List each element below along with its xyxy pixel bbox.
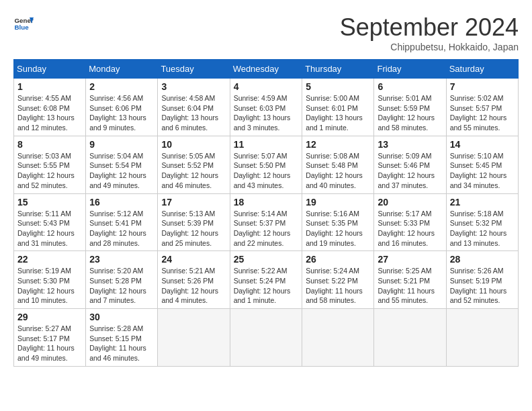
calendar-week-row: 22Sunrise: 5:19 AM Sunset: 5:30 PM Dayli…	[14, 251, 519, 309]
calendar-cell: 30Sunrise: 5:28 AM Sunset: 5:15 PM Dayli…	[86, 309, 158, 367]
day-number: 15	[17, 197, 82, 208]
day-number: 28	[450, 254, 515, 265]
day-number: 29	[17, 312, 82, 322]
day-info: Sunrise: 5:01 AM Sunset: 5:59 PM Dayligh…	[378, 93, 442, 133]
day-number: 13	[378, 139, 442, 150]
day-info: Sunrise: 5:21 AM Sunset: 5:26 PM Dayligh…	[161, 266, 226, 306]
calendar-cell: 20Sunrise: 5:17 AM Sunset: 5:33 PM Dayli…	[374, 193, 446, 251]
day-number: 11	[234, 139, 299, 150]
calendar-cell: 5Sunrise: 5:00 AM Sunset: 6:01 PM Daylig…	[302, 79, 374, 136]
day-info: Sunrise: 5:17 AM Sunset: 5:33 PM Dayligh…	[378, 209, 442, 248]
day-number: 21	[450, 197, 515, 208]
day-info: Sunrise: 5:18 AM Sunset: 5:32 PM Dayligh…	[450, 209, 515, 248]
day-number: 4	[234, 81, 299, 92]
day-number: 27	[378, 254, 442, 265]
day-number: 3	[161, 81, 226, 92]
month-title: September 2024	[340, 13, 519, 42]
calendar-cell: 28Sunrise: 5:26 AM Sunset: 5:19 PM Dayli…	[446, 251, 518, 309]
calendar-table: SundayMondayTuesdayWednesdayThursdayFrid…	[13, 59, 519, 367]
day-info: Sunrise: 5:27 AM Sunset: 5:17 PM Dayligh…	[17, 324, 82, 363]
day-number: 30	[89, 312, 154, 322]
calendar-cell: 10Sunrise: 5:05 AM Sunset: 5:52 PM Dayli…	[158, 136, 230, 193]
calendar-cell: 1Sunrise: 4:55 AM Sunset: 6:08 PM Daylig…	[14, 79, 86, 136]
day-info: Sunrise: 5:24 AM Sunset: 5:22 PM Dayligh…	[306, 266, 370, 306]
day-info: Sunrise: 5:04 AM Sunset: 5:54 PM Dayligh…	[89, 151, 154, 191]
day-info: Sunrise: 5:28 AM Sunset: 5:15 PM Dayligh…	[89, 324, 154, 363]
calendar-cell: 7Sunrise: 5:02 AM Sunset: 5:57 PM Daylig…	[446, 79, 518, 136]
calendar-week-row: 1Sunrise: 4:55 AM Sunset: 6:08 PM Daylig…	[14, 79, 519, 136]
weekday-header: Saturday	[446, 60, 518, 79]
day-number: 2	[89, 81, 154, 92]
weekday-header: Thursday	[302, 60, 374, 79]
calendar-cell: 2Sunrise: 4:56 AM Sunset: 6:06 PM Daylig…	[86, 79, 158, 136]
day-number: 9	[89, 139, 154, 150]
calendar-cell: 15Sunrise: 5:11 AM Sunset: 5:43 PM Dayli…	[14, 193, 86, 251]
day-number: 5	[306, 81, 370, 92]
page-header: General Blue September 2024 Chippubetsu,…	[13, 13, 519, 52]
day-info: Sunrise: 5:10 AM Sunset: 5:45 PM Dayligh…	[450, 151, 515, 191]
day-info: Sunrise: 4:58 AM Sunset: 6:04 PM Dayligh…	[161, 93, 226, 133]
day-number: 7	[450, 81, 515, 92]
day-info: Sunrise: 5:26 AM Sunset: 5:19 PM Dayligh…	[450, 266, 515, 306]
day-info: Sunrise: 5:03 AM Sunset: 5:55 PM Dayligh…	[17, 151, 82, 191]
day-info: Sunrise: 5:16 AM Sunset: 5:35 PM Dayligh…	[306, 209, 370, 248]
calendar-cell: 29Sunrise: 5:27 AM Sunset: 5:17 PM Dayli…	[14, 309, 86, 367]
day-number: 16	[89, 197, 154, 208]
svg-text:Blue: Blue	[15, 24, 30, 31]
calendar-cell: 4Sunrise: 4:59 AM Sunset: 6:03 PM Daylig…	[230, 79, 302, 136]
calendar-cell: 12Sunrise: 5:08 AM Sunset: 5:48 PM Dayli…	[302, 136, 374, 193]
day-info: Sunrise: 5:00 AM Sunset: 6:01 PM Dayligh…	[306, 93, 370, 133]
day-number: 1	[17, 81, 82, 92]
day-info: Sunrise: 5:13 AM Sunset: 5:39 PM Dayligh…	[161, 209, 226, 248]
day-info: Sunrise: 5:22 AM Sunset: 5:24 PM Dayligh…	[234, 266, 299, 306]
calendar-cell	[158, 309, 230, 367]
calendar-cell: 3Sunrise: 4:58 AM Sunset: 6:04 PM Daylig…	[158, 79, 230, 136]
title-area: September 2024 Chippubetsu, Hokkaido, Ja…	[340, 13, 519, 52]
day-number: 12	[306, 139, 370, 150]
day-number: 26	[306, 254, 370, 265]
day-info: Sunrise: 5:12 AM Sunset: 5:41 PM Dayligh…	[89, 209, 154, 248]
calendar-cell: 11Sunrise: 5:07 AM Sunset: 5:50 PM Dayli…	[230, 136, 302, 193]
calendar-cell: 26Sunrise: 5:24 AM Sunset: 5:22 PM Dayli…	[302, 251, 374, 309]
day-number: 25	[234, 254, 299, 265]
day-number: 20	[378, 197, 442, 208]
day-number: 24	[161, 254, 226, 265]
day-number: 22	[17, 254, 82, 265]
day-number: 18	[234, 197, 299, 208]
calendar-cell	[374, 309, 446, 367]
calendar-week-row: 29Sunrise: 5:27 AM Sunset: 5:17 PM Dayli…	[14, 309, 519, 367]
calendar-cell: 21Sunrise: 5:18 AM Sunset: 5:32 PM Dayli…	[446, 193, 518, 251]
day-info: Sunrise: 5:11 AM Sunset: 5:43 PM Dayligh…	[17, 209, 82, 248]
day-number: 14	[450, 139, 515, 150]
weekday-header-row: SundayMondayTuesdayWednesdayThursdayFrid…	[14, 60, 519, 79]
weekday-header: Tuesday	[158, 60, 230, 79]
day-number: 8	[17, 139, 82, 150]
weekday-header: Monday	[86, 60, 158, 79]
calendar-cell: 9Sunrise: 5:04 AM Sunset: 5:54 PM Daylig…	[86, 136, 158, 193]
calendar-week-row: 8Sunrise: 5:03 AM Sunset: 5:55 PM Daylig…	[14, 136, 519, 193]
day-number: 17	[161, 197, 226, 208]
calendar-cell: 14Sunrise: 5:10 AM Sunset: 5:45 PM Dayli…	[446, 136, 518, 193]
calendar-cell: 17Sunrise: 5:13 AM Sunset: 5:39 PM Dayli…	[158, 193, 230, 251]
day-info: Sunrise: 5:08 AM Sunset: 5:48 PM Dayligh…	[306, 151, 370, 191]
day-info: Sunrise: 5:02 AM Sunset: 5:57 PM Dayligh…	[450, 93, 515, 133]
day-number: 19	[306, 197, 370, 208]
calendar-cell: 22Sunrise: 5:19 AM Sunset: 5:30 PM Dayli…	[14, 251, 86, 309]
weekday-header: Wednesday	[230, 60, 302, 79]
weekday-header: Friday	[374, 60, 446, 79]
location-subtitle: Chippubetsu, Hokkaido, Japan	[340, 42, 519, 52]
calendar-cell: 16Sunrise: 5:12 AM Sunset: 5:41 PM Dayli…	[86, 193, 158, 251]
day-info: Sunrise: 5:09 AM Sunset: 5:46 PM Dayligh…	[378, 151, 442, 191]
day-info: Sunrise: 5:14 AM Sunset: 5:37 PM Dayligh…	[234, 209, 299, 248]
calendar-cell: 23Sunrise: 5:20 AM Sunset: 5:28 PM Dayli…	[86, 251, 158, 309]
weekday-header: Sunday	[14, 60, 86, 79]
day-info: Sunrise: 5:20 AM Sunset: 5:28 PM Dayligh…	[89, 266, 154, 306]
calendar-cell: 27Sunrise: 5:25 AM Sunset: 5:21 PM Dayli…	[374, 251, 446, 309]
logo: General Blue	[13, 13, 34, 34]
day-number: 10	[161, 139, 226, 150]
day-info: Sunrise: 4:59 AM Sunset: 6:03 PM Dayligh…	[234, 93, 299, 133]
calendar-cell: 13Sunrise: 5:09 AM Sunset: 5:46 PM Dayli…	[374, 136, 446, 193]
calendar-week-row: 15Sunrise: 5:11 AM Sunset: 5:43 PM Dayli…	[14, 193, 519, 251]
calendar-cell	[302, 309, 374, 367]
day-info: Sunrise: 5:25 AM Sunset: 5:21 PM Dayligh…	[378, 266, 442, 306]
